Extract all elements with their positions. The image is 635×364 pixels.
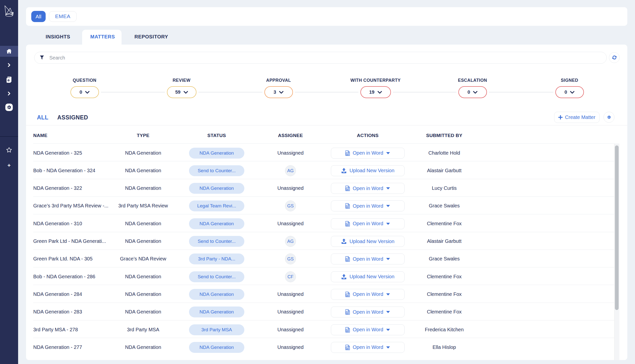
svg-text:w: w (346, 152, 349, 155)
svg-text:w: w (346, 347, 349, 350)
svg-text:w: w (346, 223, 349, 226)
svg-text:w: w (346, 311, 349, 314)
svg-text:w: w (346, 188, 349, 190)
svg-text:w: w (346, 294, 349, 296)
svg-text:w: w (346, 205, 349, 208)
svg-text:w: w (346, 329, 349, 332)
svg-text:w: w (346, 258, 349, 261)
